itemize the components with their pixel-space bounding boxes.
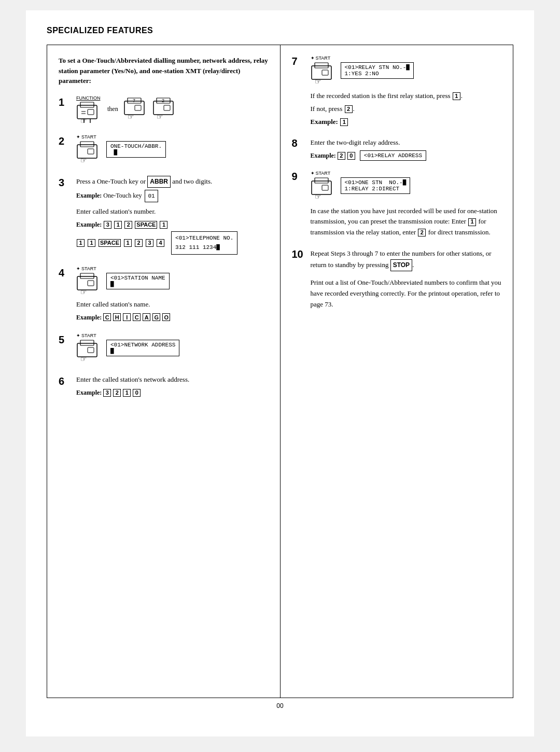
key-space1: SPACE [135, 221, 157, 229]
key-1-relay: 1 [453, 92, 460, 100]
key-2-route: 2 [418, 229, 426, 236]
key-2b: 2 [135, 239, 143, 247]
svg-text:2: 2 [162, 98, 164, 103]
step-6-content: Enter the called station's network addre… [76, 374, 269, 399]
step-8-example: Example: 2 0 [311, 150, 356, 161]
page-title: SPECIALIZED FEATURES [47, 26, 513, 35]
step-5-fax-row: ✦ START ☞ <01>NETWORK ADDRESS [76, 333, 269, 363]
step-2-number: 2 [59, 135, 73, 147]
svg-text:☞: ☞ [315, 78, 321, 83]
step-8: 8 Enter the two-digit relay address. Exa… [292, 137, 502, 162]
step-7-content: ✦ START ☞ <01>RELAY STN NO.-█ [311, 55, 502, 129]
key-4a: 4 [157, 239, 164, 247]
lcd-step-2: ONE-TOUCH/ABBR. █ [106, 141, 166, 158]
key-C: C [103, 313, 111, 321]
fax-icon-4: ☞ [76, 272, 102, 294]
svg-text:☞: ☞ [80, 288, 87, 294]
key-1e: 1 [123, 389, 131, 397]
step-8-number: 8 [292, 137, 309, 149]
key-C2: C [133, 313, 141, 321]
step-5-number: 5 [59, 334, 73, 346]
abbr-key: ABBR [147, 176, 171, 188]
start-sun-icon-7: ✦ [311, 55, 315, 61]
key-1: 1 [114, 221, 122, 229]
start-sun-icon-9: ✦ [311, 171, 315, 176]
step-4: 4 ✦ START ☞ [59, 266, 269, 324]
lcd-step-7-line1: <01>RELAY STN NO.-█ [345, 64, 410, 71]
lcd-step-8: <01>RELAY ADDRESS [360, 150, 426, 161]
step-4-example: Example: C H I C A G O [76, 312, 269, 323]
key-1a: 1 [160, 221, 167, 229]
step-7-sub2: If not, press 2. [311, 104, 502, 115]
fax-icon-1: ☞ [76, 101, 102, 123]
step-3-number: 3 [59, 177, 73, 189]
step-10-number: 10 [292, 248, 309, 260]
lcd-telephone: <01>TELEPHONE NO. 312 111 1234█ [171, 231, 237, 255]
step-6-text: Enter the called station's network addre… [76, 374, 269, 385]
key-2-relay: 2 [345, 105, 353, 113]
svg-rect-4 [88, 109, 94, 115]
step-10: 10 Repeat Steps 3 through 7 to enter the… [292, 248, 502, 312]
key-H: H [113, 313, 121, 321]
step-9-sub: In case the station you have just record… [311, 206, 502, 238]
step-1-content: FUNCTION ☞ [76, 95, 269, 125]
lcd-step-2-line1: ONE-TOUCH/ABBR. [110, 143, 162, 149]
main-content-border: To set a One-Touch/Abbreviated dialling … [47, 45, 513, 698]
step-3: 3 Press a One-Touch key or ABBR and two … [59, 176, 269, 257]
step-8-row: Example: 2 0 <01>RELAY ADDRESS [311, 150, 502, 162]
step-9: 9 ✦ START ☞ [292, 171, 502, 240]
step-6: 6 Enter the called station's network add… [59, 374, 269, 399]
start-sun-icon-4: ✦ [76, 266, 80, 271]
step-4-number: 4 [59, 267, 73, 279]
key-example-1: 1 [340, 118, 348, 126]
start-text-2: START [81, 134, 96, 140]
example-bold-4: Example: [76, 312, 102, 323]
start-label-4: ✦ START [76, 266, 96, 271]
step-9-number: 9 [292, 171, 309, 183]
key-0: 0 [133, 389, 141, 397]
step-8-example-left: Example: 2 0 [311, 150, 356, 162]
key-2-block: 2 ☞ [152, 97, 178, 121]
start-block-4: ✦ START ☞ [76, 266, 102, 294]
step-2: 2 ✦ START ☞ [59, 134, 269, 166]
step-7-sub1: If the recorded station is the first rel… [311, 91, 502, 102]
step-7-number: 7 [292, 55, 309, 67]
step-10-print: Print out a list of One-Touch/Abbreviate… [311, 277, 502, 310]
step-1-keys: FUNCTION ☞ [76, 95, 269, 123]
step-7-fax-row: ✦ START ☞ <01>RELAY STN NO.-█ [311, 55, 502, 86]
key-2a: 2 [124, 221, 132, 229]
key-1d: 1 [124, 239, 132, 247]
step-9-subtext: In case the station you have just record… [311, 206, 502, 238]
example-bold-3: Example: [76, 192, 102, 199]
page-number: 00 [47, 702, 513, 709]
then-text: then [107, 105, 118, 113]
lcd-step-5: <01>NETWORK ADDRESS █ [106, 340, 179, 356]
svg-rect-31 [315, 63, 328, 68]
lcd-step-9: <01>ONE STN NO.-█ 1:RELAY 2:DIRECT [341, 177, 411, 194]
svg-rect-27 [80, 340, 94, 345]
example-bold-6: Example: [76, 387, 102, 398]
start-text-4: START [81, 266, 96, 271]
svg-rect-20 [88, 149, 94, 154]
key-3c: 3 [103, 389, 111, 397]
start-label-5: ✦ START [76, 333, 96, 338]
fax-icon-2: 2 ☞ [152, 97, 178, 119]
intro-text: To set a One-Touch/Abbreviated dialling … [59, 55, 269, 86]
svg-rect-11 [135, 105, 141, 110]
svg-rect-23 [80, 273, 94, 278]
key-0-relay-addr: 0 [347, 152, 355, 160]
lcd-step-7-line2: 1:YES 2:NO [345, 71, 410, 77]
svg-text:☞: ☞ [80, 117, 87, 123]
example-bold-8: Example: [311, 150, 336, 161]
svg-text:☞: ☞ [157, 113, 163, 119]
svg-rect-1 [80, 102, 94, 107]
step-7-sub3: Example: 1 [311, 117, 502, 128]
step-9-fax-row: ✦ START ☞ <01>ONE STN NO.-█ [311, 171, 502, 201]
start-label-2: ✦ START [76, 134, 96, 140]
step-7: 7 ✦ START ☞ [292, 55, 502, 129]
key-1c: 1 [88, 239, 95, 247]
step-1-number: 1 [59, 96, 73, 108]
key-2-relay-addr: 2 [338, 152, 345, 160]
step-2-fax-row: ✦ START ☞ ONE-TOUCH/ABBR. [76, 134, 269, 164]
step-5: 5 ✦ START ☞ [59, 333, 269, 365]
